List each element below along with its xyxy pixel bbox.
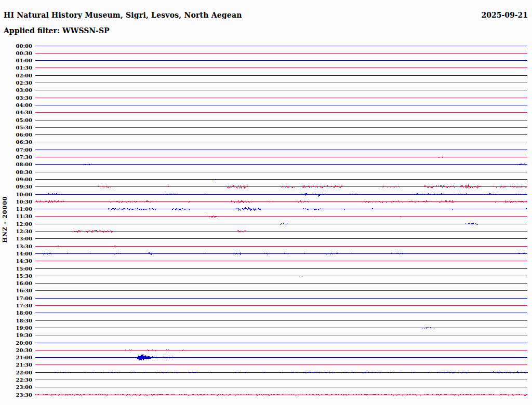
trace-noise-segment (414, 193, 443, 196)
trace-noise-segment (108, 208, 155, 210)
trace-noise-segment (45, 193, 60, 195)
trace-noise-segment (186, 201, 190, 203)
trace-noise-segment (439, 372, 468, 373)
trace-noise-segment (439, 200, 455, 203)
trace-noise-segment (36, 200, 64, 203)
row-time-label: 05:30 (16, 125, 32, 130)
row-time-label: 09:00 (16, 177, 32, 182)
trace-noise-segment (421, 327, 436, 329)
trace-noise-segment (363, 201, 387, 203)
row-time-label: 17:30 (16, 303, 32, 308)
trace-noise-segment (237, 230, 246, 233)
row-time-label: 02:30 (16, 80, 32, 86)
row-time-label: 15:30 (16, 273, 32, 279)
helicorder-plot: 00:0000:3001:0001:3002:0002:3003:0003:30… (0, 0, 532, 405)
row-time-label: 17:00 (16, 295, 32, 301)
trace-noise-segment (149, 252, 152, 255)
trace-noise-segment (212, 179, 217, 180)
trace-noise-segment (236, 207, 260, 211)
trace-noise-segment (114, 246, 117, 247)
trace-noise-segment (284, 253, 287, 254)
trace-noise-segment (74, 230, 113, 233)
trace-noise-segment (493, 371, 527, 373)
trace-noise-segment (493, 186, 522, 188)
trace-noise-segment (339, 231, 342, 232)
row-time-label: 16:30 (16, 288, 32, 293)
trace-noise-segment (424, 185, 480, 188)
trace-noise-segment (161, 349, 169, 351)
trace-noise-segment (108, 200, 155, 203)
trace-noise-segment (58, 246, 61, 247)
trace-noise-segment (456, 193, 467, 195)
row-time-label: 10:30 (16, 199, 32, 205)
trace-noise-segment (97, 186, 113, 188)
row-time-label: 14:30 (16, 258, 32, 264)
trace-noise-segment (303, 208, 321, 210)
trace-noise-segment (125, 349, 134, 351)
row-time-label: 03:30 (16, 95, 32, 101)
trace-noise-segment (264, 253, 267, 254)
row-time-label: 01:30 (16, 65, 32, 71)
trace-noise-segment (439, 156, 444, 158)
trace-noise-segment (299, 193, 326, 196)
trace-noise-segment (35, 253, 527, 254)
row-time-label: 08:00 (16, 161, 32, 167)
trace-noise-segment (144, 349, 155, 351)
trace-noise-segment (233, 252, 242, 255)
trace-noise-segment (281, 223, 287, 225)
row-time-label: 05:00 (16, 117, 32, 123)
row-time-label: 22:30 (16, 377, 32, 383)
trace-noise-segment (35, 394, 527, 396)
row-time-label: 18:30 (16, 318, 32, 323)
row-time-label: 20:30 (16, 347, 32, 353)
trace-noise-segment (510, 209, 513, 210)
row-time-label: 14:00 (16, 251, 32, 256)
row-time-label: 20:00 (16, 340, 32, 346)
trace-noise-segment (297, 200, 309, 203)
row-time-label: 21:00 (16, 355, 32, 360)
trace-noise-segment (204, 253, 206, 253)
row-time-label: 23:00 (16, 384, 32, 390)
trace-noise-segment (344, 209, 348, 210)
trace-noise-segment (390, 253, 403, 254)
trace-noise-segment (505, 200, 527, 203)
row-time-label: 11:30 (16, 213, 32, 219)
trace-noise-segment (327, 253, 338, 254)
trace-noise-segment (319, 194, 320, 197)
trace-noise-segment (207, 215, 220, 218)
trace-noise-segment (382, 186, 402, 187)
trace-noise-segment (162, 357, 175, 358)
row-time-label: 21:30 (16, 362, 32, 368)
row-time-label: 11:00 (16, 206, 32, 212)
row-time-label: 03:00 (16, 87, 32, 93)
trace-noise-segment (451, 209, 453, 210)
trace-noise-segment (373, 208, 375, 209)
seismic-event-trace (136, 354, 162, 361)
row-time-label: 23:30 (16, 392, 32, 398)
trace-noise-segment (398, 216, 401, 217)
trace-noise-segment (299, 185, 343, 188)
helicorder-page: HI Natural History Museum, Sigri, Lesvos… (0, 0, 532, 405)
row-time-label: 01:00 (16, 58, 32, 63)
trace-noise-segment (204, 194, 206, 195)
trace-noise-segment (345, 194, 360, 195)
trace-noise-segment (227, 185, 247, 188)
trace-noise-segment (520, 164, 527, 166)
trace-noise-segment (409, 200, 431, 203)
row-time-label: 08:30 (16, 169, 32, 175)
trace-noise-segment (231, 200, 251, 203)
row-time-label: 04:30 (16, 110, 32, 115)
trace-noise-segment (301, 276, 303, 277)
row-time-label: 13:30 (16, 244, 32, 249)
row-time-label: 15:00 (16, 266, 32, 272)
row-time-label: 18:00 (16, 310, 32, 316)
trace-noise-segment (182, 349, 184, 350)
trace-noise-segment (391, 200, 403, 203)
trace-noise-segment (164, 194, 182, 195)
row-time-label: 00:30 (16, 50, 32, 56)
row-time-label: 10:00 (16, 192, 32, 197)
row-time-label: 13:00 (16, 236, 32, 241)
row-time-label: 16:00 (16, 280, 32, 286)
trace-noise-segment (518, 253, 525, 254)
row-time-label: 12:30 (16, 228, 32, 234)
